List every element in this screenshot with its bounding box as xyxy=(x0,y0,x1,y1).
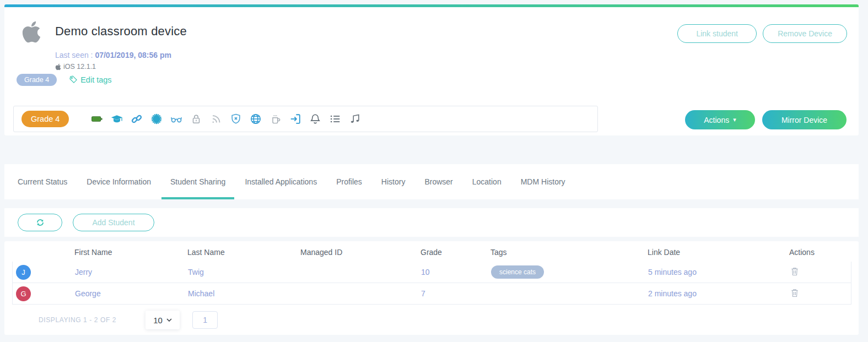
apple-glyph-icon xyxy=(55,63,61,70)
caret-down-icon: ▾ xyxy=(733,116,736,123)
mug-icon xyxy=(269,113,282,125)
edit-tags-label: Edit tags xyxy=(80,75,111,84)
actions-label: Actions xyxy=(704,116,729,124)
graduation-cap-icon xyxy=(111,113,123,125)
col-link-date: Link Date xyxy=(648,248,789,257)
pagination-bar: DISPLAYING 1 - 2 OF 2 10 xyxy=(12,305,851,335)
tab-browser[interactable]: Browser xyxy=(424,164,452,199)
table-row: J Jerry Twig 10 science cats 5 minutes a… xyxy=(12,262,851,283)
cell-first-name: Jerry xyxy=(75,268,188,276)
os-version: iOS 12.1.1 xyxy=(55,63,96,70)
delete-student-button[interactable] xyxy=(790,267,800,277)
avatar: G xyxy=(16,286,31,301)
device-detail-tabs: Current Status Device Information Studen… xyxy=(4,164,859,199)
student-sharing-table-card: First Name Last Name Managed ID Grade Ta… xyxy=(4,241,859,335)
cell-link-date: 2 minutes ago xyxy=(648,289,790,298)
refresh-button[interactable] xyxy=(18,214,62,231)
page-size-value: 10 xyxy=(153,316,163,325)
bell-icon xyxy=(309,113,321,125)
student-sharing-toolbar: Add Student xyxy=(4,208,859,237)
list-icon xyxy=(329,113,341,125)
grade-group-chip: Grade 4 xyxy=(21,111,69,127)
actions-dropdown-button[interactable]: Actions ▾ xyxy=(685,110,755,129)
sign-in-icon xyxy=(289,113,301,125)
add-student-button[interactable]: Add Student xyxy=(73,214,154,231)
top-gradient-bar xyxy=(4,4,859,7)
tab-device-information[interactable]: Device Information xyxy=(87,164,151,199)
remove-device-button[interactable]: Remove Device xyxy=(763,24,847,43)
col-first-name: First Name xyxy=(74,248,187,257)
device-header-card: Demo classroom device Last seen : 07/01/… xyxy=(4,4,859,135)
mirror-device-button[interactable]: Mirror Device xyxy=(762,110,847,129)
cell-link-date: 5 minutes ago xyxy=(648,268,790,276)
trash-icon xyxy=(790,288,799,298)
battery-icon xyxy=(91,113,103,125)
chevron-down-icon xyxy=(166,318,172,322)
edit-tags-link[interactable]: Edit tags xyxy=(69,75,111,84)
student-tag-pill: science cats xyxy=(491,265,544,279)
shield-x-icon xyxy=(230,113,242,125)
link-student-button[interactable]: Link student xyxy=(677,24,757,43)
tab-current-status[interactable]: Current Status xyxy=(18,164,67,199)
page-number-input[interactable] xyxy=(192,311,218,329)
col-actions: Actions xyxy=(789,248,851,257)
refresh-icon xyxy=(36,218,45,227)
apple-logo-icon xyxy=(21,20,42,44)
table-header-row: First Name Last Name Managed ID Grade Ta… xyxy=(12,241,851,262)
col-last-name: Last Name xyxy=(187,248,300,257)
burst-icon xyxy=(150,113,163,125)
avatar: J xyxy=(16,265,31,280)
globe-icon xyxy=(250,113,262,125)
tab-location[interactable]: Location xyxy=(472,164,502,199)
rss-icon xyxy=(210,113,222,125)
last-seen: Last seen : 07/01/2019, 08:56 pm xyxy=(55,51,171,59)
last-seen-label: Last seen : xyxy=(55,51,93,59)
cell-grade: 10 xyxy=(421,268,491,276)
col-managed-id: Managed ID xyxy=(300,248,420,257)
cell-last-name: Twig xyxy=(188,268,301,276)
trash-icon xyxy=(790,267,799,276)
cell-last-name: Michael xyxy=(188,289,301,298)
glasses-icon xyxy=(170,113,182,125)
cell-first-name: George xyxy=(75,289,188,298)
chain-link-icon xyxy=(131,113,143,125)
tab-student-sharing[interactable]: Student Sharing xyxy=(170,164,225,199)
tab-history[interactable]: History xyxy=(381,164,406,199)
tag-icon xyxy=(69,75,78,84)
last-seen-value: 07/01/2019, 08:56 pm xyxy=(95,51,171,59)
grade-tag-badge: Grade 4 xyxy=(17,74,57,86)
col-tags: Tags xyxy=(490,248,648,257)
cell-grade: 7 xyxy=(421,289,491,298)
tab-mdm-history[interactable]: MDM History xyxy=(521,164,565,199)
device-status-toolbar: Grade 4 xyxy=(13,106,598,132)
delete-student-button[interactable] xyxy=(790,288,800,298)
mirror-device-label: Mirror Device xyxy=(781,116,827,124)
col-grade: Grade xyxy=(420,248,490,257)
page-title: Demo classroom device xyxy=(55,24,187,39)
music-note-icon xyxy=(349,113,361,125)
page-size-select[interactable]: 10 xyxy=(145,311,180,329)
displaying-count-label: DISPLAYING 1 - 2 OF 2 xyxy=(39,316,116,324)
tab-installed-applications[interactable]: Installed Applications xyxy=(245,164,317,199)
tab-profiles[interactable]: Profiles xyxy=(336,164,362,199)
table-row: G George Michael 7 2 minutes ago xyxy=(12,283,851,305)
lock-icon xyxy=(190,113,202,125)
os-version-label: iOS 12.1.1 xyxy=(63,63,96,70)
